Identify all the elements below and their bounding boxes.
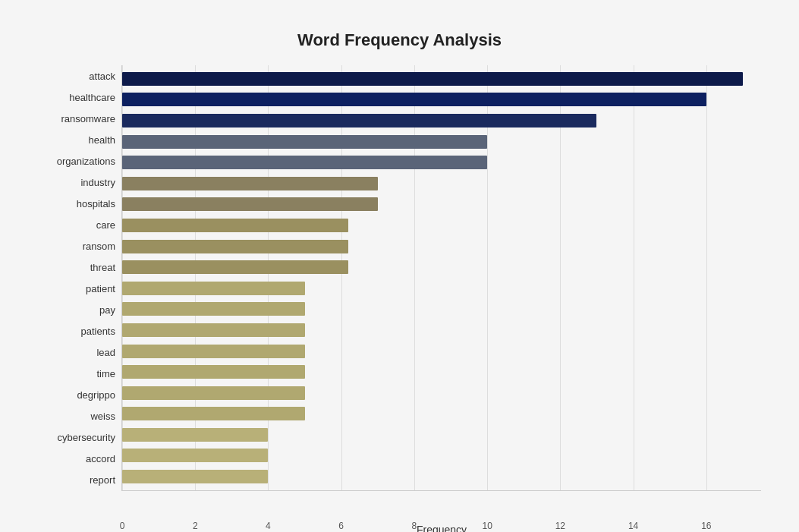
bar-row: [122, 405, 761, 422]
y-label: report: [38, 475, 115, 485]
bar-row: [122, 447, 761, 464]
bar-row: [122, 196, 761, 212]
y-label: industry: [38, 178, 115, 187]
bar: [122, 260, 348, 274]
bar-row: [122, 238, 761, 255]
bar-row: [122, 154, 761, 171]
y-label: cybersecurity: [38, 433, 115, 442]
bar: [122, 302, 305, 316]
bar: [122, 282, 305, 295]
bar: [122, 449, 268, 462]
y-label: care: [38, 220, 115, 230]
bar: [122, 240, 348, 253]
bar: [122, 197, 378, 211]
bar-row: [122, 259, 761, 275]
y-label: ransom: [38, 241, 115, 251]
bar: [122, 177, 378, 190]
bar-row: [122, 385, 761, 401]
bar: [122, 345, 305, 358]
y-label: ransomware: [38, 114, 115, 124]
bars-container: [122, 65, 761, 490]
y-labels: attackhealthcareransomwarehealthorganiza…: [38, 65, 121, 491]
y-label: pay: [38, 305, 115, 315]
bar-row: [122, 343, 761, 360]
bar-row: [122, 175, 761, 192]
bar-row: [122, 427, 761, 443]
bar: [122, 219, 348, 232]
bar-row: [122, 280, 761, 297]
chart-title: Word Frequency Analysis: [38, 30, 761, 50]
bar-row: [122, 468, 761, 485]
bar: [122, 470, 268, 483]
x-axis-label: Frequency: [122, 524, 761, 532]
y-label: degrippo: [38, 390, 115, 400]
bar: [122, 93, 706, 106]
y-label: health: [38, 135, 115, 145]
bar-row: [122, 322, 761, 338]
y-label: weiss: [38, 411, 115, 421]
bar: [122, 428, 268, 442]
bar: [122, 72, 743, 86]
y-label: organizations: [38, 156, 115, 166]
bar-row: [122, 217, 761, 234]
y-label: lead: [38, 348, 115, 357]
bar-row: [122, 301, 761, 317]
bar: [122, 365, 305, 379]
bar: [122, 114, 596, 127]
y-label: threat: [38, 263, 115, 272]
chart-area: attackhealthcareransomwarehealthorganiza…: [38, 65, 761, 491]
chart-container: Word Frequency Analysis attackhealthcare…: [15, 15, 784, 532]
y-label: accord: [38, 454, 115, 464]
y-label: time: [38, 369, 115, 379]
bar: [122, 386, 305, 400]
y-label: patient: [38, 284, 115, 294]
y-label: hospitals: [38, 199, 115, 209]
y-label: attack: [38, 71, 115, 81]
bar-row: [122, 71, 761, 87]
plot-area: 0246810121416 Frequency: [121, 65, 761, 491]
bar: [122, 156, 487, 169]
bar-row: [122, 364, 761, 380]
y-label: patients: [38, 326, 115, 336]
bar-row: [122, 112, 761, 129]
bar: [122, 407, 305, 420]
y-label: healthcare: [38, 93, 115, 102]
bar-row: [122, 134, 761, 150]
bar: [122, 323, 305, 337]
bar-row: [122, 91, 761, 108]
bar: [122, 135, 487, 149]
